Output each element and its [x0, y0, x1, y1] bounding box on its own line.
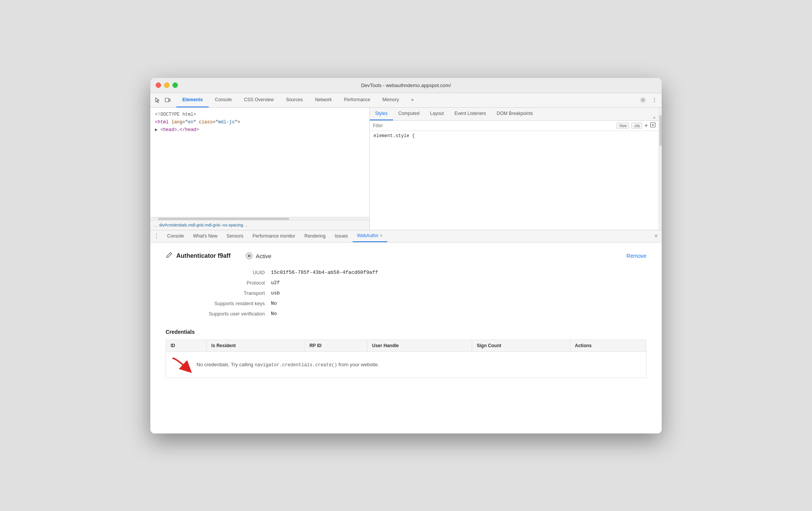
more-menu-icon[interactable]: ⋮ [650, 96, 659, 104]
tab-performance[interactable]: Performance [338, 93, 376, 107]
credentials-title: Credentials [166, 329, 646, 335]
add-style-icon[interactable]: + [644, 122, 648, 129]
protocol-value: u2f [271, 280, 646, 286]
credentials-tbody: No credentials. Try calling navigator.cr… [166, 351, 646, 378]
main-tabs: Elements Console CSS Overview Sources Ne… [176, 93, 420, 107]
tab-elements[interactable]: Elements [176, 93, 209, 107]
drawer-tabs: ⋮ Console What's New Sensors Performance… [150, 230, 662, 243]
tab-more[interactable]: » [405, 93, 420, 107]
new-style-rule-icon[interactable] [650, 122, 656, 129]
active-radio[interactable]: Active [246, 252, 271, 259]
col-actions: Actions [570, 340, 646, 351]
devtools-body: Elements Console CSS Overview Sources Ne… [150, 93, 662, 433]
element-code: <!DOCTYPE html> <html lang="en" class="m… [150, 108, 369, 217]
drawer-tab-rendering[interactable]: Rendering [300, 230, 330, 243]
radio-inner [248, 254, 251, 257]
no-credentials-text: No credentials. Try calling navigator.cr… [197, 362, 379, 368]
top-toolbar: Elements Console CSS Overview Sources Ne… [150, 93, 662, 108]
tab-event-listeners[interactable]: Event Listeners [449, 108, 491, 120]
styles-filter-bar: :hov .cls + [370, 121, 659, 131]
svg-point-2 [642, 99, 644, 101]
maximize-button[interactable] [172, 82, 178, 88]
toolbar-icons [153, 96, 172, 104]
settings-icon[interactable] [639, 96, 647, 104]
col-rp-id: RP ID [304, 340, 367, 351]
credentials-section: Credentials ID Is Resident RP ID User Ha… [166, 329, 646, 378]
resident-keys-label: Supports resident keys [166, 301, 265, 306]
authenticator-info-grid: UUID 15c01f56-785f-43b4-ab58-4facd60f9af… [166, 270, 646, 317]
tab-console[interactable]: Console [209, 93, 238, 107]
col-sign-count: Sign Count [472, 340, 570, 351]
hov-filter-button[interactable]: :hov [616, 123, 629, 129]
device-toggle-icon[interactable] [163, 96, 172, 104]
styles-panel: Styles Computed Layout Event Listeners D [370, 108, 659, 230]
devtools-window: DevTools - webauthndemo.appspot.com/ [150, 78, 662, 433]
right-scrollbar[interactable] [659, 108, 662, 230]
styles-filter-input[interactable] [373, 123, 613, 128]
resident-keys-value: No [271, 301, 646, 306]
tab-css-overview[interactable]: CSS Overview [238, 93, 280, 107]
tab-network[interactable]: Network [309, 93, 338, 107]
tab-computed[interactable]: Computed [393, 108, 425, 120]
col-id: ID [166, 340, 207, 351]
breadcrumb-selector[interactable]: div#credentials.mdl-grid.mdl-grid--no-sp… [159, 223, 243, 227]
uuid-label: UUID [166, 270, 265, 275]
uuid-value: 15c01f56-785f-43b4-ab58-4facd60f9aff [271, 270, 646, 275]
edit-icon[interactable] [166, 252, 172, 260]
col-user-handle: User Handle [367, 340, 472, 351]
drawer-tab-performance-monitor[interactable]: Performance monitor [248, 230, 300, 243]
traffic-lights [156, 82, 178, 88]
tab-layout[interactable]: Layout [425, 108, 449, 120]
code-line-html: <html lang="en" class="mdl-js"> [155, 118, 365, 126]
active-label: Active [256, 253, 271, 259]
elements-panel: <!DOCTYPE html> <html lang="en" class="m… [150, 108, 370, 230]
protocol-label: Protocol [166, 280, 265, 286]
authenticator-header: Authenticator f9aff Active Remove [166, 252, 646, 260]
cursor-icon[interactable] [153, 96, 162, 104]
no-credentials-row: No credentials. Try calling navigator.cr… [166, 351, 646, 378]
bottom-drawer: ⋮ Console What's New Sensors Performance… [150, 230, 662, 433]
red-arrow-icon [171, 356, 193, 373]
filter-controls: :hov .cls + [616, 122, 656, 129]
drawer-menu-icon[interactable]: ⋮ [150, 233, 163, 240]
title-bar: DevTools - webauthndemo.appspot.com/ [150, 78, 662, 93]
radio-button[interactable] [246, 252, 253, 259]
no-credentials-cell: No credentials. Try calling navigator.cr… [166, 351, 646, 378]
user-verification-value: No [271, 311, 646, 317]
minimize-button[interactable] [164, 82, 169, 88]
transport-value: usb [271, 290, 646, 296]
tab-styles[interactable]: Styles [370, 108, 393, 120]
drawer-tab-console[interactable]: Console [163, 230, 188, 243]
toolbar-end: ⋮ [639, 96, 659, 104]
tab-memory[interactable]: Memory [376, 93, 405, 107]
tab-dom-breakpoints[interactable]: DOM Breakpoints [491, 108, 538, 120]
drawer-tab-sensors[interactable]: Sensors [222, 230, 248, 243]
webauthn-content: Authenticator f9aff Active Remove UUID 1… [150, 243, 662, 433]
drawer-tab-whats-new[interactable]: What's New [188, 230, 222, 243]
credentials-table: ID Is Resident RP ID User Handle Sign Co… [166, 340, 646, 378]
styles-content: element.style { [370, 131, 659, 141]
user-verification-label: Supports user verification [166, 311, 265, 317]
svg-rect-1 [169, 99, 170, 101]
styles-tabs: Styles Computed Layout Event Listeners D [370, 108, 659, 121]
tab-sources[interactable]: Sources [280, 93, 309, 107]
remove-link[interactable]: Remove [627, 253, 646, 259]
horizontal-scrollbar[interactable] [150, 217, 369, 220]
webauthn-tab-close-icon[interactable]: × [380, 233, 383, 238]
col-is-resident: Is Resident [206, 340, 304, 351]
drawer-close-icon[interactable]: × [651, 233, 662, 239]
transport-label: Transport [166, 290, 265, 296]
breadcrumb-bar: … div#credentials.mdl-grid.mdl-grid--no-… [150, 220, 369, 230]
cls-filter-button[interactable]: .cls [631, 123, 642, 129]
drawer-tab-issues[interactable]: Issues [330, 230, 353, 243]
credentials-header-row: ID Is Resident RP ID User Handle Sign Co… [166, 340, 646, 351]
svg-rect-0 [165, 98, 169, 102]
code-line-doctype: <!DOCTYPE html> [155, 111, 365, 118]
close-button[interactable] [156, 82, 161, 88]
main-content-area: <!DOCTYPE html> <html lang="en" class="m… [150, 108, 662, 230]
drawer-tab-webauthn[interactable]: WebAuthn × [353, 230, 387, 243]
credentials-thead: ID Is Resident RP ID User Handle Sign Co… [166, 340, 646, 351]
content-panels: <!DOCTYPE html> <html lang="en" class="m… [150, 108, 659, 230]
styles-tab-more[interactable]: » [653, 115, 659, 120]
authenticator-name: Authenticator f9aff [176, 252, 230, 259]
